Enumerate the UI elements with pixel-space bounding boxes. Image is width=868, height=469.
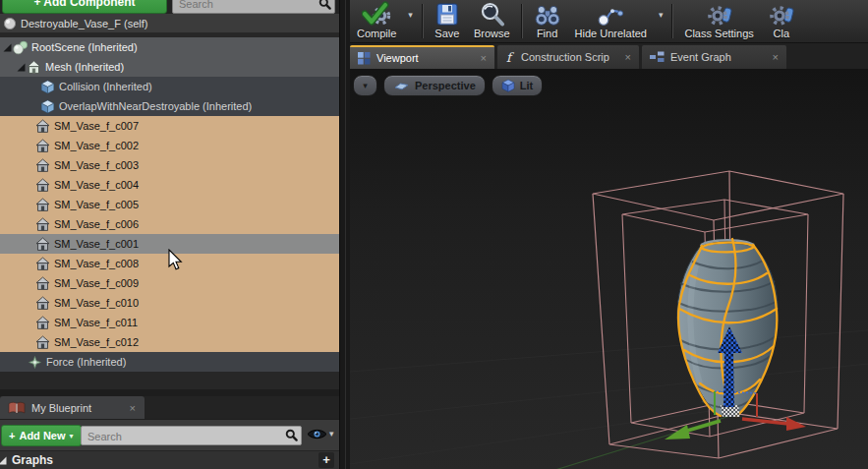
- component-row[interactable]: Collision (Inherited): [0, 77, 339, 96]
- component-row-self[interactable]: Destroyable_Vase_F (self): [0, 14, 339, 32]
- scene-icon: [13, 40, 28, 55]
- static-mesh-icon: [35, 198, 50, 212]
- expander-icon[interactable]: [2, 42, 12, 52]
- viewport-options-button[interactable]: ▾: [353, 75, 377, 96]
- component-row[interactable]: SM_Vase_f_c002: [0, 136, 339, 155]
- viewport-scene[interactable]: [350, 69, 868, 469]
- close-icon[interactable]: ×: [481, 52, 487, 64]
- toolbar-button-label: Class Settings: [684, 28, 753, 39]
- my-blueprint-search[interactable]: [81, 426, 302, 445]
- compile-icon: [362, 1, 391, 28]
- component-row[interactable]: SM_Vase_f_c005: [0, 195, 339, 214]
- component-row[interactable]: SM_Vase_f_c010: [0, 293, 339, 313]
- component-label: SM_Vase_f_c002: [54, 140, 139, 151]
- tab-my-blueprint[interactable]: My Blueprint ×: [0, 396, 145, 419]
- svg-text:f: f: [506, 50, 514, 64]
- component-label: RootScene (Inherited): [31, 41, 138, 53]
- class-settings-button[interactable]: Class Settings: [677, 0, 760, 42]
- component-row[interactable]: SM_Vase_f_c011: [0, 313, 339, 332]
- chevron-down-icon[interactable]: ▾: [654, 10, 668, 20]
- tab-label: Construction Scrip: [521, 51, 609, 63]
- component-label: SM_Vase_f_c009: [54, 277, 139, 289]
- chevron-down-icon: ▾: [70, 432, 74, 440]
- component-row[interactable]: Force (Inherited): [0, 352, 339, 372]
- close-icon[interactable]: ×: [130, 402, 136, 414]
- lit-cube-icon: [501, 79, 515, 92]
- toolbar-button-label: Cla: [774, 28, 790, 39]
- tab-label: My Blueprint: [31, 402, 91, 414]
- tab-construction-scrip[interactable]: fConstruction Scrip×: [497, 45, 639, 69]
- event-graph-icon: [650, 51, 665, 63]
- toolbar-button-label: Hide Unrelated: [575, 28, 647, 39]
- my-blueprint-toolbar: + Add New ▾ ▾: [0, 419, 339, 450]
- unreal-blueprint-editor: { "glyphs": { "plus": "+", "caret": "▾",…: [0, 0, 868, 469]
- component-label: Force (Inherited): [46, 356, 126, 368]
- components-panel: + Add Component Destroyable_Vase_F (self…: [0, 0, 339, 469]
- search-icon: [285, 429, 298, 441]
- close-icon[interactable]: ×: [625, 51, 631, 63]
- component-label: SM_Vase_f_c004: [54, 179, 139, 191]
- viewport-grid-icon: [358, 52, 371, 65]
- tab-event-graph[interactable]: Event Graph×: [642, 45, 786, 69]
- save-button[interactable]: Save: [428, 0, 467, 42]
- cla-button[interactable]: Cla: [761, 0, 802, 42]
- component-label: OverlapWithNearDestroyable (Inherited): [59, 100, 252, 112]
- my-blueprint-tabbar: My Blueprint ×: [0, 396, 339, 419]
- component-label: SM_Vase_f_c010: [54, 297, 139, 309]
- viewport-controls: ▾ Perspective Lit: [353, 75, 543, 96]
- tab-viewport[interactable]: Viewport×: [350, 45, 494, 69]
- find-icon: [534, 2, 561, 28]
- chevron-down-icon[interactable]: ▾: [403, 10, 418, 20]
- toolbar-button-label: Find: [537, 28, 557, 39]
- toolbar-separator: [422, 4, 424, 38]
- class-settings-icon: [706, 2, 733, 28]
- component-row[interactable]: SM_Vase_f_c007: [0, 116, 339, 136]
- component-row[interactable]: SM_Vase_f_c009: [0, 273, 339, 293]
- compile-button[interactable]: Compile: [350, 0, 403, 42]
- viewport-panel: ▾ Perspective Lit: [350, 69, 868, 469]
- component-row[interactable]: SM_Vase_f_c012: [0, 332, 339, 352]
- component-row[interactable]: RootScene (Inherited): [0, 37, 339, 57]
- component-label: SM_Vase_f_c012: [54, 336, 139, 348]
- components-search-input[interactable]: [177, 0, 310, 15]
- static-mesh-icon: [35, 335, 50, 350]
- chevron-down-icon: ▾: [363, 81, 368, 90]
- chevron-down-icon[interactable]: ▾: [329, 429, 334, 439]
- expander-icon[interactable]: [16, 62, 26, 72]
- horizontal-splitter[interactable]: [0, 389, 339, 396]
- save-icon: [434, 2, 460, 28]
- expander-icon[interactable]: [0, 456, 7, 465]
- component-label: Destroyable_Vase_F (self): [21, 18, 147, 29]
- component-label: SM_Vase_f_c005: [54, 199, 139, 210]
- component-row[interactable]: SM_Vase_f_c003: [0, 155, 339, 175]
- component-row[interactable]: SM_Vase_f_c004: [0, 175, 339, 195]
- add-component-button[interactable]: + Add Component: [2, 0, 167, 14]
- construction-script-icon: f: [505, 50, 515, 64]
- add-new-button[interactable]: + Add New ▾: [1, 425, 82, 446]
- toolbar-button-label: Browse: [474, 28, 510, 39]
- component-label: SM_Vase_f_c001: [54, 238, 139, 250]
- component-row[interactable]: Mesh (Inherited): [0, 57, 339, 77]
- toolbar-button-label: Compile: [357, 28, 396, 39]
- close-icon[interactable]: ×: [773, 51, 779, 63]
- browse-icon: [479, 1, 505, 28]
- graphs-section-header[interactable]: Graphs +: [0, 450, 339, 469]
- toolbar-button-label: Save: [434, 28, 459, 39]
- perspective-icon: [393, 81, 410, 91]
- box-collision-icon: [40, 80, 55, 94]
- my-blueprint-search-input[interactable]: [86, 427, 264, 446]
- browse-button[interactable]: Browse: [467, 0, 517, 42]
- vertical-splitter[interactable]: [339, 0, 350, 469]
- component-label: SM_Vase_f_c008: [54, 258, 139, 269]
- force-icon: [28, 355, 42, 370]
- component-row[interactable]: OverlapWithNearDestroyable (Inherited): [0, 96, 339, 116]
- add-graph-button[interactable]: +: [318, 452, 334, 468]
- view-mode-button[interactable]: Lit: [492, 75, 543, 96]
- document-tabbar: Viewport×fConstruction Scrip×Event Graph…: [350, 43, 868, 69]
- camera-mode-button[interactable]: Perspective: [383, 75, 486, 96]
- component-row[interactable]: SM_Vase_f_c006: [0, 214, 339, 234]
- find-button[interactable]: Find: [527, 0, 568, 42]
- hide-unrelated-button[interactable]: Hide Unrelated: [568, 0, 654, 42]
- visibility-eye-icon[interactable]: [307, 428, 327, 440]
- components-search[interactable]: [172, 0, 335, 14]
